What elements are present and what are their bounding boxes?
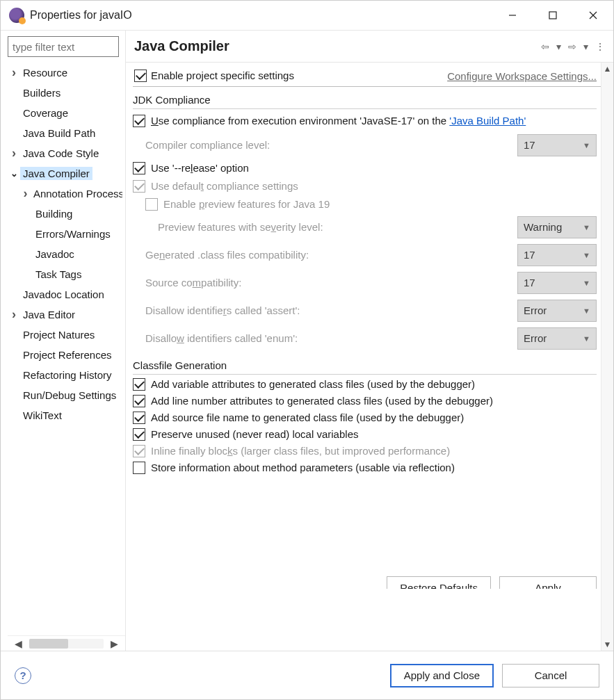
- view-menu-icon[interactable]: ⋮: [595, 41, 605, 52]
- use-default-compliance-checkbox: Use default compliance settings: [133, 177, 597, 195]
- content-area: ▲ ▼ Enable project specific settings Con…: [126, 63, 613, 651]
- preview-severity-select: Warning▼: [517, 216, 597, 238]
- sidebar: ›ResourceBuildersCoverageJava Build Path…: [1, 31, 126, 651]
- dialog-button-bar: ? Apply and Close Cancel: [1, 651, 613, 699]
- tree-item-label: Java Compiler: [20, 167, 92, 180]
- close-button[interactable]: [573, 1, 613, 30]
- chevron-down-icon[interactable]: ⌄: [8, 168, 20, 179]
- generated-class-compat-label: Generated .class files compatibility:: [145, 249, 309, 261]
- chevron-down-icon: ▼: [583, 279, 590, 287]
- cf-source-file-checkbox[interactable]: Add source file name to generated class …: [133, 409, 597, 426]
- compiler-compliance-level-label: Compiler compliance level:: [145, 139, 270, 151]
- restore-defaults-button[interactable]: Restore Defaults: [387, 576, 491, 589]
- classfile-generation-title: Classfile Generation: [133, 359, 612, 371]
- checkbox-icon: [133, 378, 145, 391]
- source-compat-row: Source compatibility: 17▼: [133, 269, 597, 297]
- use-release-checkbox[interactable]: Use '--release' option: [133, 159, 597, 177]
- tree-item[interactable]: WikiText: [8, 405, 125, 425]
- chevron-right-icon[interactable]: ›: [8, 307, 20, 322]
- sidebar-horizontal-scrollbar[interactable]: ◀ ▶: [8, 635, 125, 651]
- tree-item[interactable]: Java Build Path: [8, 123, 125, 143]
- enable-preview-label: Enable preview features for Java 19: [163, 198, 330, 210]
- inner-button-row: Restore Defaults Apply: [133, 573, 612, 589]
- enable-project-specific-checkbox[interactable]: Enable project specific settings: [134, 70, 294, 82]
- svg-rect-1: [549, 12, 556, 19]
- tree-item-label: Java Editor: [20, 308, 78, 321]
- cf-preserve-unused-label: Preserve unused (never read) local varia…: [151, 428, 358, 440]
- properties-window: Properties for javaIO ›ResourceBuildersC…: [0, 0, 614, 700]
- enable-project-specific-label: Enable project specific settings: [151, 70, 294, 81]
- filter-input[interactable]: [8, 36, 119, 57]
- forward-icon[interactable]: ⇨: [568, 41, 576, 52]
- use-exec-env-checkbox[interactable]: Use compliance from execution environmen…: [133, 111, 597, 131]
- tree-item-label: Builders: [20, 86, 63, 99]
- tree-item[interactable]: Run/Debug Settings: [8, 385, 125, 405]
- configure-workspace-settings-link[interactable]: Configure Workspace Settings...: [447, 70, 597, 82]
- cf-store-params-checkbox[interactable]: Store information about method parameter…: [133, 459, 597, 476]
- checkbox-icon: [133, 428, 145, 441]
- tree-item[interactable]: Refactoring History: [8, 365, 125, 385]
- window-controls: [492, 1, 613, 30]
- scroll-up-icon[interactable]: ▲: [601, 64, 613, 74]
- cancel-button[interactable]: Cancel: [502, 664, 599, 687]
- titlebar: Properties for javaIO: [1, 1, 613, 30]
- tree-item[interactable]: Builders: [8, 83, 125, 103]
- scroll-left-icon[interactable]: ◀: [12, 638, 25, 649]
- checkbox-icon: [133, 412, 145, 424]
- tree-item[interactable]: Building: [8, 204, 125, 224]
- tree-item[interactable]: Coverage: [8, 103, 125, 123]
- tree-item-label: Resource: [20, 66, 70, 79]
- enable-project-specific-row: Enable project specific settings Configu…: [133, 65, 612, 87]
- chevron-right-icon[interactable]: ›: [8, 65, 20, 80]
- jdk-compliance-section: Use compliance from execution environmen…: [133, 108, 597, 352]
- tree-item[interactable]: Project Natures: [8, 325, 125, 345]
- minimize-button[interactable]: [492, 1, 533, 30]
- tree-item[interactable]: ›Java Code Style: [8, 143, 125, 163]
- apply-and-close-button[interactable]: Apply and Close: [390, 664, 494, 687]
- disallow-enum-label: Disallow identifiers called 'enum':: [145, 332, 298, 344]
- tree-item[interactable]: Javadoc: [8, 244, 125, 264]
- apply-button[interactable]: Apply: [499, 576, 597, 589]
- tree-item-label: Java Build Path: [20, 127, 98, 140]
- checkbox-icon: [133, 462, 145, 474]
- tree-item-label: Javadoc: [33, 247, 77, 261]
- window-title: Properties for javaIO: [30, 9, 132, 22]
- maximize-button[interactable]: [533, 1, 573, 30]
- compiler-compliance-level-row: Compiler compliance level: 17▼: [133, 131, 597, 159]
- tree-item-label: Project Natures: [20, 328, 97, 341]
- scroll-right-icon[interactable]: ▶: [108, 638, 121, 649]
- scrollbar-thumb[interactable]: [29, 639, 68, 649]
- tree-item-label: Project References: [20, 348, 115, 361]
- cf-preserve-unused-checkbox[interactable]: Preserve unused (never read) local varia…: [133, 426, 597, 443]
- chevron-right-icon[interactable]: ›: [8, 146, 20, 161]
- navigation-tree[interactable]: ›ResourceBuildersCoverageJava Build Path…: [8, 61, 125, 635]
- tree-item[interactable]: ›Annotation Processing: [8, 184, 125, 204]
- cf-variable-attrs-checkbox[interactable]: Add variable attributes to generated cla…: [133, 376, 597, 393]
- chevron-down-icon: ▼: [583, 141, 590, 149]
- cf-line-number-checkbox[interactable]: Add line number attributes to generated …: [133, 393, 597, 409]
- cf-inline-finally-label: Inline finally blocks (larger class file…: [151, 445, 450, 457]
- back-icon[interactable]: ⇦: [541, 41, 549, 52]
- tree-item[interactable]: ›Resource: [8, 63, 125, 83]
- forward-menu-icon[interactable]: ▾: [583, 41, 588, 52]
- use-release-label: Use '--release' option: [151, 162, 249, 174]
- scroll-down-icon[interactable]: ▼: [601, 640, 613, 649]
- chevron-right-icon[interactable]: ›: [20, 186, 31, 201]
- java-build-path-link[interactable]: 'Java Build Path': [449, 115, 526, 127]
- tree-item[interactable]: Task Tags: [8, 264, 125, 284]
- tree-item[interactable]: Project References: [8, 345, 125, 365]
- tree-item[interactable]: ⌄Java Compiler: [8, 163, 125, 184]
- checkbox-icon: [134, 70, 147, 82]
- preview-severity-row: Preview features with severity level: Wa…: [133, 213, 597, 241]
- tree-item-label: Javadoc Location: [20, 288, 107, 301]
- tree-item[interactable]: ›Java Editor: [8, 304, 125, 325]
- preview-severity-label: Preview features with severity level:: [158, 221, 323, 233]
- tree-item[interactable]: Errors/Warnings: [8, 224, 125, 244]
- help-icon[interactable]: ?: [15, 667, 31, 684]
- tree-item[interactable]: Javadoc Location: [8, 284, 125, 304]
- jdk-compliance-title: JDK Compliance: [133, 94, 612, 106]
- back-menu-icon[interactable]: ▾: [556, 41, 561, 52]
- use-default-compliance-label: Use default compliance settings: [151, 180, 298, 192]
- disallow-assert-label: Disallow identifiers called 'assert':: [145, 304, 300, 316]
- content-vertical-scrollbar[interactable]: ▲ ▼: [601, 63, 613, 651]
